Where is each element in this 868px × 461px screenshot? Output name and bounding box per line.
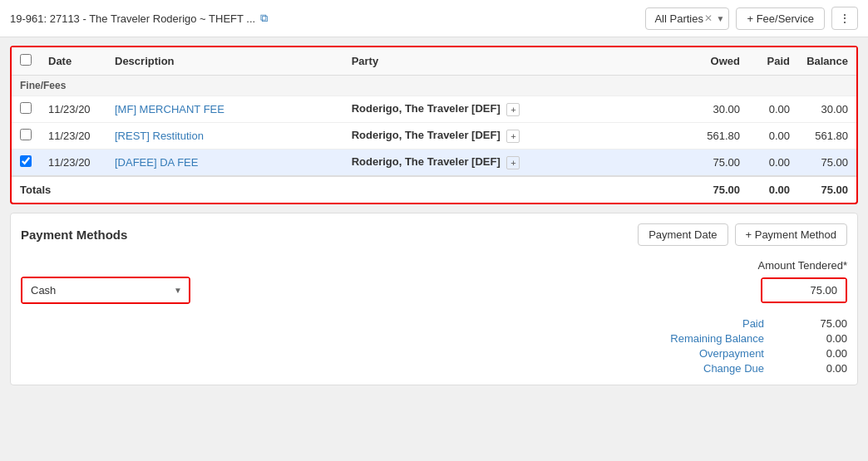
row3-checkbox-cell[interactable]	[12, 150, 40, 177]
add-payment-method-button[interactable]: + Payment Method	[735, 223, 847, 246]
select-all-header[interactable]	[12, 47, 40, 76]
row1-checkbox[interactable]	[20, 102, 32, 114]
totals-owed: 75.00	[690, 176, 748, 203]
change-due-value: 0.00	[797, 362, 847, 375]
select-all-checkbox[interactable]	[20, 54, 32, 66]
description-column-header: Description	[106, 47, 343, 76]
main-content: Date Description Party Owed Paid Balance…	[0, 37, 868, 394]
top-bar-actions: All Parties ✕ ▼ + Fee/Service ⋮	[645, 7, 858, 30]
row2-checkbox[interactable]	[20, 129, 32, 140]
table-row: 11/23/20 [MF] MERCHANT FEE Roderigo, The…	[12, 96, 856, 123]
fees-table-header: Date Description Party Owed Paid Balance	[12, 47, 856, 76]
payment-methods-actions: Payment Date + Payment Method	[638, 223, 847, 246]
row1-checkbox-cell[interactable]	[12, 96, 40, 123]
row2-checkbox-cell[interactable]	[12, 123, 40, 150]
parties-dropdown[interactable]: All Parties	[645, 7, 729, 30]
row1-party-plus-icon[interactable]: +	[506, 103, 520, 116]
row2-date: 11/23/20	[40, 123, 106, 150]
row2-description-link[interactable]: [REST] Restitution	[115, 130, 204, 142]
top-bar: 19-961: 27113 - The Traveler Roderigo ~ …	[0, 0, 868, 37]
summary-overpayment-row: Overpayment 0.00	[648, 347, 847, 360]
payment-date-button[interactable]: Payment Date	[638, 223, 727, 246]
row2-party-plus-icon[interactable]: +	[506, 130, 520, 143]
paid-column-header: Paid	[748, 47, 798, 76]
row2-owed: 561.80	[690, 123, 748, 150]
row3-checkbox[interactable]	[20, 155, 32, 167]
party-column-header: Party	[343, 47, 690, 76]
row1-paid: 0.00	[748, 96, 798, 123]
date-column-header: Date	[40, 47, 106, 76]
amount-tendered-input[interactable]	[762, 279, 846, 302]
row1-date: 11/23/20	[40, 96, 106, 123]
totals-row: Totals 75.00 0.00 75.00	[12, 176, 856, 203]
external-link-icon[interactable]: ⧉	[260, 12, 268, 25]
paid-value: 75.00	[797, 317, 847, 330]
row1-balance: 30.00	[798, 96, 856, 123]
row1-description-link[interactable]: [MF] MERCHANT FEE	[115, 103, 224, 115]
totals-paid: 0.00	[748, 176, 798, 203]
more-options-button[interactable]: ⋮	[831, 7, 858, 30]
case-title-area: 19-961: 27113 - The Traveler Roderigo ~ …	[10, 12, 268, 25]
change-due-label: Change Due	[648, 362, 764, 375]
row3-balance: 75.00	[798, 150, 856, 177]
parties-selector[interactable]: All Parties ✕ ▼	[645, 7, 729, 30]
remaining-label: Remaining Balance	[648, 332, 764, 345]
row1-party-name: Roderigo, The Traveler [DEF]	[352, 102, 501, 115]
owed-column-header: Owed	[690, 47, 748, 76]
totals-balance: 75.00	[798, 176, 856, 203]
fee-service-button[interactable]: + Fee/Service	[736, 7, 825, 30]
row3-party-name: Roderigo, The Traveler [DEF]	[352, 155, 501, 168]
payment-method-dropdown[interactable]: Cash Check Credit Card Money Order	[22, 278, 189, 302]
payment-method-selector[interactable]: Cash Check Credit Card Money Order ▼	[21, 277, 190, 304]
table-row: 11/23/20 [DAFEE] DA FEE Roderigo, The Tr…	[12, 150, 856, 177]
group-label: Fine/Fees	[12, 76, 856, 96]
row3-date: 11/23/20	[40, 150, 106, 177]
row3-owed: 75.00	[690, 150, 748, 177]
remaining-value: 0.00	[797, 332, 847, 345]
summary-remaining-row: Remaining Balance 0.00	[648, 332, 847, 345]
fees-table-body: Fine/Fees 11/23/20 [MF] MERCHANT FEE Rod…	[12, 76, 856, 204]
summary-change-row: Change Due 0.00	[648, 362, 847, 375]
row2-party: Roderigo, The Traveler [DEF] +	[343, 123, 690, 150]
row1-description[interactable]: [MF] MERCHANT FEE	[106, 96, 343, 123]
case-title: 19-961: 27113 - The Traveler Roderigo ~ …	[10, 12, 255, 25]
row2-paid: 0.00	[748, 123, 798, 150]
clear-parties-icon[interactable]: ✕	[704, 12, 713, 24]
row3-party: Roderigo, The Traveler [DEF] +	[343, 150, 690, 177]
row1-owed: 30.00	[690, 96, 748, 123]
paid-label: Paid	[648, 317, 764, 330]
fees-table: Date Description Party Owed Paid Balance…	[12, 47, 856, 203]
payment-summary: Paid 75.00 Remaining Balance 0.00 Overpa…	[21, 317, 847, 375]
payment-methods-header: Payment Methods Payment Date + Payment M…	[21, 223, 847, 246]
payment-methods-section: Payment Methods Payment Date + Payment M…	[10, 213, 858, 385]
group-header-row: Fine/Fees	[12, 76, 856, 96]
row3-party-plus-icon[interactable]: +	[506, 156, 520, 169]
row2-balance: 561.80	[798, 123, 856, 150]
summary-paid-row: Paid 75.00	[648, 317, 847, 330]
row1-party: Roderigo, The Traveler [DEF] +	[343, 96, 690, 123]
balance-column-header: Balance	[798, 47, 856, 76]
amount-tendered-label: Amount Tendered*	[758, 259, 847, 272]
row3-description-link[interactable]: [DAFEE] DA FEE	[115, 156, 198, 169]
row3-description[interactable]: [DAFEE] DA FEE	[106, 150, 343, 177]
table-row: 11/23/20 [REST] Restitution Roderigo, Th…	[12, 123, 856, 150]
row3-paid: 0.00	[748, 150, 798, 177]
fees-table-section: Date Description Party Owed Paid Balance…	[10, 46, 858, 204]
totals-label: Totals	[12, 176, 690, 203]
overpayment-label: Overpayment	[648, 347, 764, 360]
row2-description[interactable]: [REST] Restitution	[106, 123, 343, 150]
payment-methods-title: Payment Methods	[21, 228, 127, 242]
amount-tendered-wrapper[interactable]	[761, 277, 847, 303]
overpayment-value: 0.00	[797, 347, 847, 360]
row2-party-name: Roderigo, The Traveler [DEF]	[352, 129, 501, 141]
